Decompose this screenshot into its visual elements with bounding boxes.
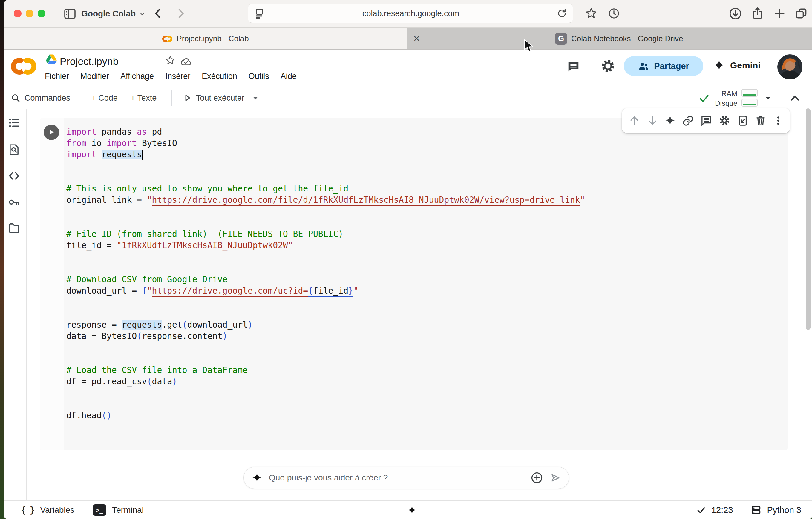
add-text-label: + Texte — [130, 93, 156, 103]
code-line — [66, 297, 585, 308]
code-line: data = BytesIO(response.content) — [66, 331, 585, 342]
cell-gemini-button[interactable] — [664, 115, 676, 126]
window-controls — [14, 9, 46, 17]
copy-cell-link-button[interactable] — [682, 115, 694, 127]
people-icon — [638, 60, 649, 72]
command-palette-button[interactable]: Commandes — [11, 87, 70, 109]
back-button[interactable] — [151, 6, 165, 20]
gemini-label: Gemini — [730, 60, 761, 70]
add-comment-button[interactable] — [700, 115, 712, 127]
move-cell-down-button[interactable] — [646, 115, 659, 127]
zoom-window-button[interactable] — [38, 9, 46, 17]
code-editor[interactable]: import pandas as pdfrom io import BytesI… — [66, 126, 585, 421]
save-status-button[interactable] — [180, 56, 192, 67]
code-line: import requests — [66, 149, 585, 160]
downloads-button[interactable] — [729, 7, 742, 20]
avatar[interactable] — [777, 54, 803, 80]
cell-settings-button[interactable] — [719, 115, 730, 127]
code-line — [66, 217, 585, 228]
mirror-cell-icon — [737, 115, 749, 127]
attach-button[interactable] — [530, 471, 543, 484]
run-all-label: Tout exécuter — [196, 93, 244, 103]
tab-overview-button[interactable] — [795, 7, 808, 20]
ram-meter[interactable] — [742, 89, 758, 97]
cell-toolbar — [622, 108, 790, 133]
share-page-button[interactable] — [751, 6, 764, 20]
open-cell-in-window-button[interactable] — [737, 115, 749, 127]
search-icon — [11, 93, 20, 103]
notebook-toolbar — [4, 87, 812, 109]
plus-circle-icon — [530, 471, 543, 484]
cell-more-options-button[interactable] — [773, 115, 784, 126]
bookmark-button[interactable] — [585, 7, 598, 20]
run-all-button[interactable]: Tout exécuter — [183, 87, 244, 109]
new-tab-button[interactable] — [773, 7, 786, 20]
code-line — [66, 206, 585, 217]
run-all-dropdown-button[interactable] — [252, 94, 259, 102]
send-prompt-button[interactable] — [550, 472, 561, 484]
minimize-window-button[interactable] — [26, 9, 33, 17]
menu-execution[interactable]: Exécution — [202, 72, 237, 81]
gemini-footer-spark[interactable] — [407, 506, 417, 515]
status-bar-left: { } Variables >_ Terminal — [21, 501, 144, 519]
reader-view-icon — [253, 7, 265, 20]
delete-cell-button[interactable] — [755, 115, 766, 127]
share-icon — [751, 6, 764, 20]
code-line: df = pd.read_csv(data) — [66, 376, 585, 387]
runtime-label[interactable]: Python 3 — [767, 505, 801, 515]
menu-fichier[interactable]: Fichier — [45, 72, 69, 81]
resources-dropdown-button[interactable] — [763, 94, 773, 103]
forward-button[interactable] — [174, 6, 187, 20]
toolbar-divider — [781, 90, 781, 106]
close-window-button[interactable] — [14, 9, 22, 17]
comment-icon — [567, 60, 580, 73]
tab-project-notebook[interactable]: Project.ipynb - Colab — [4, 28, 407, 49]
notebook-title[interactable]: Project.ipynb — [60, 56, 119, 67]
code-line: # File ID (from shared link) (FILE NEEDS… — [66, 228, 585, 240]
add-text-button[interactable]: + Texte — [130, 87, 156, 109]
trash-icon — [755, 115, 766, 127]
variables-button[interactable]: Variables — [40, 505, 75, 515]
collapse-toolbar-button[interactable] — [789, 92, 801, 104]
profile-label: Google Colab — [81, 9, 136, 19]
sidebar-find-replace-button[interactable] — [8, 143, 20, 156]
sidebar-table-of-contents-button[interactable] — [8, 117, 20, 129]
url-bar[interactable]: colab.research.google.com — [248, 4, 573, 23]
google-drive-icon — [46, 54, 57, 65]
page-scrollbar-thumb[interactable] — [806, 109, 811, 330]
menu-modifier[interactable]: Modifier — [80, 72, 109, 81]
runtime-stack-icon — [750, 505, 762, 516]
toolbar-divider — [80, 90, 80, 106]
menu-aide[interactable]: Aide — [281, 72, 297, 81]
terminal-icon: >_ — [93, 505, 106, 516]
gemini-spark-icon — [664, 115, 676, 126]
add-code-button[interactable]: + Code — [91, 87, 118, 109]
menu-affichage[interactable]: Affichage — [120, 72, 154, 81]
share-label: Partager — [654, 61, 689, 71]
gemini-prompt-bar[interactable]: Que puis-je vous aider à créer ? — [243, 467, 569, 489]
share-notebook-button[interactable]: Partager — [624, 56, 703, 76]
code-line: response = requests.get(download_url) — [66, 319, 585, 331]
menu-inserer[interactable]: Insérer — [165, 72, 190, 81]
tab-google-drive[interactable]: ✕ G Colab Notebooks - Google Drive — [407, 28, 812, 49]
sidebar-secrets-button[interactable] — [8, 196, 20, 208]
settings-button[interactable] — [601, 59, 615, 73]
profile-switcher[interactable]: Google Colab — [81, 6, 146, 22]
sidebar-files-button[interactable] — [8, 221, 20, 234]
disk-meter[interactable] — [742, 99, 758, 106]
reload-icon[interactable] — [556, 8, 568, 19]
gemini-chip[interactable]: Gemini — [713, 59, 761, 72]
sidebar-toggle-button[interactable] — [63, 6, 77, 21]
menu-outils[interactable]: Outils — [249, 72, 269, 81]
sidebar-code-snippets-button[interactable] — [8, 170, 20, 182]
run-cell-button[interactable] — [44, 124, 59, 140]
terminal-button[interactable]: Terminal — [112, 505, 144, 515]
menu-bar: Fichier Modifier Affichage Insérer Exécu… — [45, 72, 297, 81]
close-tab-icon[interactable]: ✕ — [413, 34, 420, 43]
tabs-icon — [795, 7, 808, 20]
comments-button[interactable] — [567, 60, 580, 73]
move-cell-up-button[interactable] — [628, 115, 640, 127]
history-button[interactable] — [608, 7, 620, 20]
code-line — [66, 172, 585, 183]
star-notebook-button[interactable] — [165, 55, 176, 66]
